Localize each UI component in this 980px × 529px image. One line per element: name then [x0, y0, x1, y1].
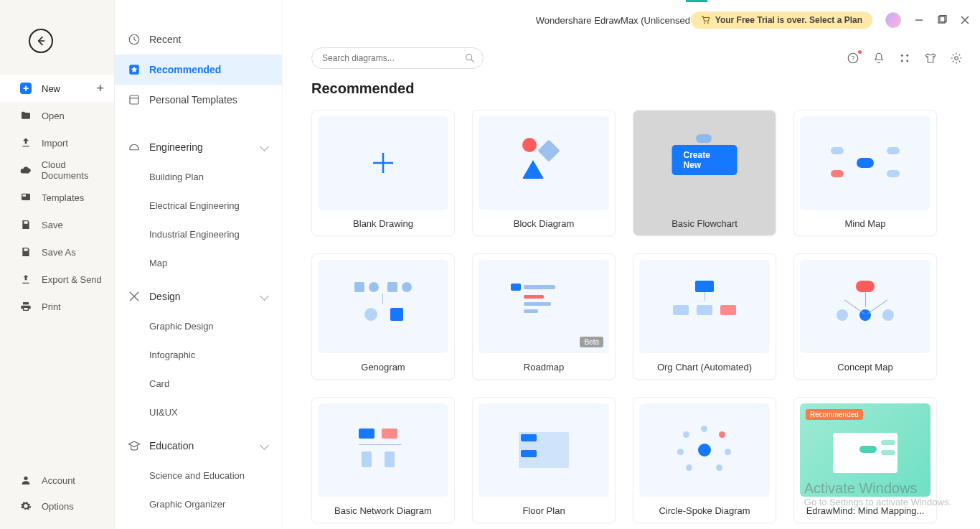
- user-icon: [20, 474, 32, 486]
- svg-line-13: [471, 60, 473, 62]
- card-preview: [318, 260, 448, 353]
- card-preview: [479, 403, 609, 497]
- nav-save-as[interactable]: Save As: [0, 238, 114, 266]
- card-concept-map[interactable]: Concept Map: [793, 253, 937, 380]
- folder-icon: [20, 110, 32, 121]
- apps-icon[interactable]: [898, 52, 911, 65]
- svg-rect-5: [130, 95, 138, 104]
- template-icon: [128, 93, 141, 106]
- pencil-ruler-icon: [128, 290, 141, 303]
- card-label: Concept Map: [794, 359, 936, 375]
- help-icon[interactable]: ?: [847, 52, 859, 65]
- sub-organizer[interactable]: Graphic Organizer: [115, 490, 282, 518]
- card-circle-spoke[interactable]: Circle-Spoke Diagram: [633, 397, 776, 523]
- import-icon: [20, 137, 32, 149]
- svg-point-8: [707, 22, 709, 24]
- bell-icon[interactable]: [872, 52, 885, 65]
- sub-electrical[interactable]: Electrical Engineering: [115, 191, 282, 220]
- group-education[interactable]: Education: [115, 431, 282, 461]
- back-button[interactable]: [29, 29, 53, 53]
- nav-print[interactable]: Print: [0, 293, 114, 320]
- card-label: Roadmap: [473, 359, 615, 375]
- save-icon: [20, 219, 32, 230]
- sub-science[interactable]: Science and Education: [115, 461, 282, 490]
- nav-save[interactable]: Save: [0, 211, 114, 238]
- nav-label: Options: [42, 501, 74, 512]
- card-network-diagram[interactable]: Basic Network Diagram: [311, 397, 455, 523]
- card-label: Genogram: [312, 359, 454, 375]
- nav-options[interactable]: Options: [0, 493, 114, 519]
- toolbar: ?: [283, 40, 980, 76]
- plus-box-icon: +: [20, 83, 32, 94]
- card-block-diagram[interactable]: Block Diagram: [472, 110, 616, 236]
- card-preview: [639, 260, 770, 353]
- cat-label: Recent: [149, 34, 181, 45]
- card-edrawmind[interactable]: Recommended EdrawMind: Mind Mapping...: [793, 397, 937, 523]
- card-preview: Create New: [639, 116, 770, 210]
- sub-uiux[interactable]: UI&UX: [115, 398, 282, 426]
- svg-point-19: [906, 60, 908, 62]
- svg-point-18: [901, 60, 903, 62]
- create-new-button[interactable]: Create New: [672, 145, 738, 175]
- sub-card[interactable]: Card: [115, 369, 282, 398]
- card-roadmap[interactable]: Beta Roadmap: [472, 253, 616, 380]
- sub-graphic-design[interactable]: Graphic Design: [115, 312, 282, 340]
- card-label: Basic Network Diagram: [312, 502, 454, 519]
- svg-point-12: [466, 55, 472, 60]
- group-engineering[interactable]: Engineering: [115, 132, 282, 162]
- nav-label: Account: [42, 475, 75, 486]
- nav-templates[interactable]: Templates: [0, 184, 114, 211]
- search-input[interactable]: [322, 53, 464, 63]
- close-button[interactable]: [960, 15, 970, 25]
- nav-label: Import: [42, 138, 68, 149]
- helmet-icon: [128, 141, 141, 154]
- clock-icon: [128, 33, 141, 46]
- star-icon: [128, 63, 141, 76]
- cat-recent[interactable]: Recent: [115, 24, 282, 55]
- card-genogram[interactable]: Genogram: [311, 253, 455, 380]
- export-icon: [20, 273, 32, 285]
- maximize-button[interactable]: [937, 15, 947, 25]
- nav-account[interactable]: Account: [0, 467, 114, 493]
- card-preview: Beta: [479, 260, 609, 353]
- cart-icon: [701, 15, 711, 25]
- trial-banner[interactable]: Your Free Trial is over. Select a Plan: [691, 11, 872, 29]
- settings-icon[interactable]: [950, 52, 963, 65]
- sub-infographic[interactable]: Infographic: [115, 340, 282, 369]
- card-org-chart[interactable]: Org Chart (Automated): [633, 253, 776, 380]
- svg-text:?: ?: [852, 55, 855, 62]
- sub-map[interactable]: Map: [115, 248, 282, 277]
- card-floor-plan[interactable]: Floor Plan: [472, 397, 616, 523]
- save-as-icon: [20, 246, 32, 258]
- nav-label: Export & Send: [42, 274, 102, 285]
- group-design[interactable]: Design: [115, 281, 282, 312]
- group-label: Engineering: [149, 141, 203, 153]
- nav-cloud[interactable]: Cloud Documents: [0, 156, 114, 184]
- card-basic-flowchart[interactable]: Create New Basic Flowchart: [633, 110, 776, 236]
- cat-personal[interactable]: Personal Templates: [115, 85, 282, 115]
- card-label: Basic Flowchart: [633, 215, 776, 232]
- arrow-left-icon: [35, 35, 47, 47]
- card-label: Mind Map: [794, 215, 936, 232]
- group-label: Design: [149, 291, 181, 302]
- cat-recommended[interactable]: Recommended: [115, 55, 282, 85]
- tshirt-icon[interactable]: [924, 52, 937, 65]
- nav-import[interactable]: Import: [0, 129, 114, 156]
- card-blank-drawing[interactable]: Blank Drawing: [311, 110, 455, 236]
- sub-industrial[interactable]: Industrial Engineering: [115, 220, 282, 248]
- trial-text: Your Free Trial is over. Select a Plan: [715, 15, 862, 25]
- template-grid: Blank Drawing Block Diagram: [311, 110, 951, 523]
- gear-icon: [20, 500, 32, 512]
- minimize-button[interactable]: [914, 15, 924, 25]
- nav-label: Save As: [42, 247, 76, 258]
- search-box[interactable]: [311, 47, 484, 69]
- nav-new[interactable]: + New +: [0, 75, 114, 102]
- sub-building-plan[interactable]: Building Plan: [115, 162, 282, 191]
- card-mind-map[interactable]: Mind Map: [793, 110, 937, 236]
- nav-open[interactable]: Open: [0, 102, 114, 129]
- add-icon[interactable]: +: [96, 81, 104, 96]
- templates-icon: [20, 192, 32, 203]
- avatar[interactable]: [885, 12, 901, 28]
- nav-export[interactable]: Export & Send: [0, 266, 114, 293]
- cloud-icon: [20, 164, 32, 176]
